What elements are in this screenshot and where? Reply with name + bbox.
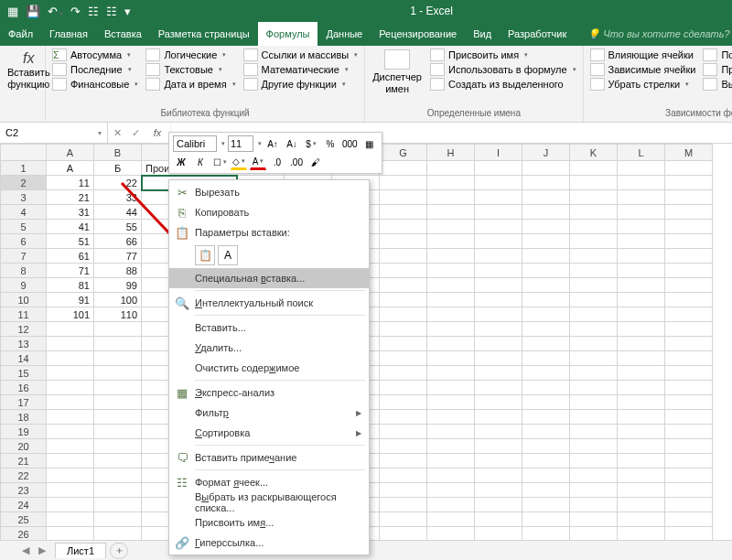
row-header-6[interactable]: 6 <box>1 234 47 249</box>
text-button[interactable]: Текстовые▾ <box>143 62 238 77</box>
show-formulas-button[interactable]: Показать формулы <box>700 48 732 62</box>
col-header-L[interactable]: L <box>618 145 665 161</box>
font-size-combo[interactable] <box>228 135 253 152</box>
decrease-decimal-icon[interactable]: .0 <box>269 154 285 170</box>
qat-customize-icon[interactable]: ▾ <box>124 5 131 18</box>
row-header-9[interactable]: 9 <box>1 278 47 293</box>
ctx-define-name[interactable]: Присвоить имя... <box>169 512 369 533</box>
row-header-14[interactable]: 14 <box>1 351 47 366</box>
name-manager-button[interactable]: Диспетчер имен <box>369 48 425 97</box>
tab-pagelayout[interactable]: Разметка страницы <box>150 22 258 46</box>
increase-decimal-icon[interactable]: .00 <box>288 154 305 170</box>
create-from-selection-button[interactable]: Создать из выделенного <box>427 77 579 92</box>
remove-arrows-button[interactable]: Убрать стрелки▾ <box>587 77 699 92</box>
font-combo[interactable] <box>173 135 217 152</box>
italic-icon[interactable]: К <box>192 154 209 170</box>
col-header-B[interactable]: B <box>94 145 142 161</box>
tab-insert[interactable]: Вставка <box>96 22 150 46</box>
ctx-format-cells[interactable]: ☷Формат ячеек... <box>169 472 369 492</box>
comma-icon[interactable]: 000 <box>341 135 359 152</box>
row-header-5[interactable]: 5 <box>1 220 47 234</box>
undo-icon[interactable]: ↶▾ <box>48 5 63 18</box>
math-button[interactable]: Математические▾ <box>241 62 361 77</box>
redo-icon[interactable]: ↷ <box>70 5 81 18</box>
row-header-15[interactable]: 15 <box>1 366 47 381</box>
increase-font-icon[interactable]: A↑ <box>264 135 281 152</box>
paste-option-values[interactable]: A <box>218 245 238 265</box>
row-header-8[interactable]: 8 <box>1 264 47 278</box>
col-header-I[interactable]: I <box>475 145 522 161</box>
tab-home[interactable]: Главная <box>41 22 96 46</box>
row-header-10[interactable]: 10 <box>1 293 47 307</box>
ctx-copy[interactable]: ⎘Копировать <box>169 202 369 222</box>
evaluate-button[interactable]: Вычислить формул <box>700 77 732 92</box>
row-header-4[interactable]: 4 <box>1 205 47 220</box>
col-header-J[interactable]: J <box>522 145 570 161</box>
fill-color-icon[interactable]: ◇▾ <box>231 154 247 170</box>
cancel-icon[interactable]: ✕ <box>108 123 126 143</box>
row-header-17[interactable]: 17 <box>1 395 47 410</box>
decrease-font-icon[interactable]: A↓ <box>284 135 300 152</box>
row-header-23[interactable]: 23 <box>1 483 47 498</box>
financial-button[interactable]: Финансовые▾ <box>49 77 141 92</box>
sheet-tab-1[interactable]: Лист1 <box>55 543 106 558</box>
tab-formulas[interactable]: Формулы <box>258 22 318 46</box>
tab-review[interactable]: Рецензирование <box>371 22 465 46</box>
row-header-25[interactable]: 25 <box>1 512 47 527</box>
ctx-pick-list[interactable]: Выбрать из раскрывающегося списка... <box>169 492 369 512</box>
row-header-24[interactable]: 24 <box>1 498 47 512</box>
recent-button[interactable]: Последние▾ <box>49 62 141 77</box>
row-header-7[interactable]: 7 <box>1 249 47 264</box>
define-name-button[interactable]: Присвоить имя▾ <box>427 48 579 62</box>
tab-developer[interactable]: Разработчик <box>500 22 575 46</box>
lookup-button[interactable]: Ссылки и массивы▾ <box>241 48 361 62</box>
row-header-11[interactable]: 11 <box>1 307 47 322</box>
name-box[interactable]: C2▾ <box>0 123 108 143</box>
qat-icon-2[interactable]: ☷ <box>106 5 117 18</box>
row-header-22[interactable]: 22 <box>1 468 47 483</box>
percent-icon[interactable]: % <box>322 135 339 152</box>
ctx-sort[interactable]: Сортировка▶ <box>169 423 369 443</box>
row-header-12[interactable]: 12 <box>1 322 47 337</box>
ctx-paste-special[interactable]: Специальная вставка... <box>169 268 369 288</box>
row-header-2[interactable]: 2 <box>1 176 47 190</box>
ctx-cut[interactable]: ✂Вырезать <box>169 182 369 202</box>
format-painter-icon[interactable]: 🖌 <box>307 154 324 170</box>
tab-file[interactable]: Файл <box>0 22 41 46</box>
autosum-button[interactable]: ΣАвтосумма▾ <box>49 48 141 62</box>
ctx-delete[interactable]: Удалить... <box>169 338 369 358</box>
use-in-formula-button[interactable]: Использовать в формуле▾ <box>427 62 579 77</box>
ctx-smart-lookup[interactable]: 🔍Интеллектуальный поиск <box>169 293 369 313</box>
row-header-1[interactable]: 1 <box>1 161 47 176</box>
ctx-quick-analysis[interactable]: ▦Экспресс-анализ <box>169 382 369 403</box>
more-button[interactable]: Другие функции▾ <box>241 77 361 92</box>
datetime-button[interactable]: Дата и время▾ <box>143 77 238 92</box>
col-header-G[interactable]: G <box>380 145 427 161</box>
col-header-K[interactable]: K <box>570 145 618 161</box>
sheet-nav-next-icon[interactable]: ▶ <box>38 544 46 556</box>
ctx-clear[interactable]: Очистить содержимое <box>169 358 369 378</box>
ctx-insert-comment[interactable]: 🗨Вставить примечание <box>169 447 369 468</box>
col-header-H[interactable]: H <box>427 145 475 161</box>
sheet-nav-prev-icon[interactable]: ◀ <box>22 544 29 556</box>
tab-data[interactable]: Данные <box>318 22 371 46</box>
tell-me-search[interactable]: 💡 Что вы хотите сделать? <box>587 28 729 40</box>
row-header-13[interactable]: 13 <box>1 337 47 351</box>
col-header-A[interactable]: A <box>47 145 94 161</box>
row-header-16[interactable]: 16 <box>1 381 47 395</box>
trace-precedents-button[interactable]: Влияющие ячейки <box>587 48 699 62</box>
accounting-format-icon[interactable]: $▾ <box>303 135 319 152</box>
fx-icon[interactable]: fx <box>145 123 170 143</box>
col-header-M[interactable]: M <box>665 145 713 161</box>
ctx-insert[interactable]: Вставить... <box>169 318 369 338</box>
qat-icon-1[interactable]: ☷ <box>88 5 99 18</box>
row-header-19[interactable]: 19 <box>1 425 47 439</box>
cond-format-icon[interactable]: ▦ <box>361 135 378 152</box>
error-check-button[interactable]: Проверка наличия о <box>700 62 732 77</box>
paste-option-default[interactable]: 📋 <box>195 245 215 265</box>
ctx-hyperlink[interactable]: 🔗Гиперссылка... <box>169 533 369 553</box>
enter-icon[interactable]: ✓ <box>126 123 145 143</box>
tab-view[interactable]: Вид <box>465 22 500 46</box>
save-icon[interactable]: 💾 <box>26 5 40 18</box>
font-color-icon[interactable]: A▾ <box>250 154 266 170</box>
